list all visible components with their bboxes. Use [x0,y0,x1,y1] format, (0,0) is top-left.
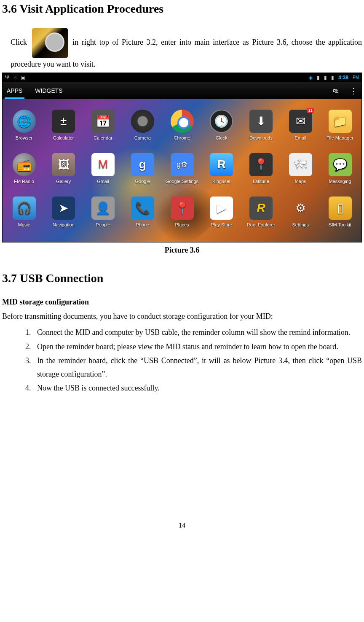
app-rootexp[interactable]: RRoot Explorer [244,197,278,227]
app-gallery[interactable]: 🖼Gallery [46,153,81,184]
app-grid: 🌐Browser±Calculator📅CalendarCameraChrome… [3,99,361,242]
settings-icon: ⚙ [289,197,312,220]
app-label: Clock [204,135,239,140]
calc-icon: ± [52,110,75,133]
step-text: Connect the MID and computer by USB cabl… [37,328,350,337]
tab-apps[interactable]: APPS [7,83,22,98]
app-drawer-icon [32,28,68,58]
navigation-icon: ➤ [52,197,75,220]
android-screenshot: Ψ ⌂ ▣ ◈ ▮ ▮ ▮ 4:38 PM APPS WIDGETS 🛍 ⋮ 🌐… [2,73,362,242]
wifi-icon: ◈ [309,75,313,81]
gsettings-icon: g⚙ [171,153,194,176]
page-number: 14 [2,522,362,529]
app-simtk[interactable]: ▯SIM Toolkit [323,197,357,227]
app-downloads[interactable]: ⬇Downloads [244,110,278,140]
step-number: 4. [25,382,31,395]
app-label: People [86,222,120,227]
app-phone[interactable]: 📞Phone [125,197,160,227]
mid-storage-intro: Before transmitting documents, you have … [2,310,362,323]
downloads-icon: ⬇ [249,110,273,133]
menu-icon[interactable]: ⋮ [350,86,357,96]
para-3-6-before: Click [11,38,27,46]
app-gsettings[interactable]: g⚙Google Settings [165,153,199,184]
app-calendar[interactable]: 📅Calendar [86,110,120,140]
app-chrome[interactable]: Chrome [165,110,199,140]
app-label: Downloads [244,135,278,140]
app-label: Kinguser [204,179,239,184]
shop-icon[interactable]: 🛍 [333,87,340,95]
app-fmradio[interactable]: 📻FM Radio [7,153,41,184]
para-3-6: Click in right top of Picture 3.2, enter… [11,28,362,71]
app-label: Calculator [46,135,81,140]
app-maps[interactable]: 🗺Maps [283,153,318,184]
app-label: Places [165,222,199,227]
app-music[interactable]: 🎧Music [7,197,41,227]
step-1: 1.Connect the MID and computer by USB ca… [25,326,362,339]
app-row: 🎧Music➤Navigation👤People📞Phone📍Places▶Pl… [3,194,361,238]
app-label: Music [7,222,41,227]
google-icon: g [131,153,154,176]
playstore-icon: ▶ [210,197,233,220]
music-icon: 🎧 [13,197,36,220]
app-label: Chrome [165,135,199,140]
app-calc[interactable]: ±Calculator [46,110,81,140]
app-label: Navigation [46,222,81,227]
app-filemgr[interactable]: 📁File Manager [323,110,357,140]
maps-icon: 🗺 [289,153,312,176]
gallery-icon: 🖼 [52,153,75,176]
app-people[interactable]: 👤People [86,197,120,227]
app-label: FM Radio [7,179,41,184]
app-label: Settings [283,222,318,227]
step-text: Now the USB is connected successfully. [37,384,160,392]
app-places[interactable]: 📍Places [165,197,199,227]
step-number: 2. [25,340,31,354]
app-label: Messaging [323,179,357,184]
app-google[interactable]: gGoogle [125,153,160,184]
places-icon: 📍 [171,197,194,220]
app-label: Root Explorer [244,222,278,227]
app-messaging[interactable]: 💬Messaging [323,153,357,184]
chrome-icon [171,110,194,133]
step-number: 3. [25,354,31,368]
app-label: SIM Toolkit [323,222,357,227]
filemgr-icon: 📁 [329,110,352,133]
camera-icon [131,110,154,133]
app-playstore[interactable]: ▶Play Store [204,197,239,227]
app-email[interactable]: ✉11Email [283,110,318,140]
app-label: Play Store [204,222,239,227]
section-3-6-heading: 3.6 Visit Application Procedures [2,2,362,16]
step-text: In the reminder board, click the “USB Co… [37,356,362,378]
app-settings[interactable]: ⚙Settings [283,197,318,227]
app-navigation[interactable]: ➤Navigation [46,197,81,227]
app-camera[interactable]: Camera [125,110,160,140]
battery-icon: ▮ [331,75,334,81]
badge: 11 [307,108,314,113]
status-psi-icon: Ψ [5,75,9,81]
status-bar: Ψ ⌂ ▣ ◈ ▮ ▮ ▮ 4:38 PM [3,73,361,82]
mid-storage-subheading: MID storage configuration [2,298,362,307]
app-label: Latitude [244,179,278,184]
tab-bar: APPS WIDGETS 🛍 ⋮ [3,82,361,99]
signal-icon-1: ▮ [317,75,320,81]
app-label: Phone [125,222,160,227]
app-kinguser[interactable]: RKinguser [204,153,239,184]
app-clock[interactable]: 🕓Clock [204,110,239,140]
app-label: Browser [7,135,41,140]
people-icon: 👤 [91,197,115,220]
status-android-icon: ▣ [21,75,25,81]
kinguser-icon: R [210,153,233,176]
app-label: Google Settings [165,179,199,184]
messaging-icon: 💬 [329,153,352,176]
fmradio-icon: 📻 [13,153,36,176]
app-label: Calendar [86,135,120,140]
app-gmail[interactable]: MGmail [86,153,120,184]
app-browser[interactable]: 🌐Browser [7,110,41,140]
app-latitude[interactable]: 📍Latitude [244,153,278,184]
step-3: 3.In the reminder board, click the “USB … [25,354,362,381]
status-time: 4:38 [338,75,348,81]
app-row: 📻FM Radio🖼GalleryMGmailgGoogleg⚙Google S… [3,151,361,194]
app-row: 🌐Browser±Calculator📅CalendarCameraChrome… [3,108,361,151]
status-home-icon: ⌂ [13,75,16,81]
app-label: Gallery [46,179,81,184]
tab-widgets[interactable]: WIDGETS [35,83,62,98]
